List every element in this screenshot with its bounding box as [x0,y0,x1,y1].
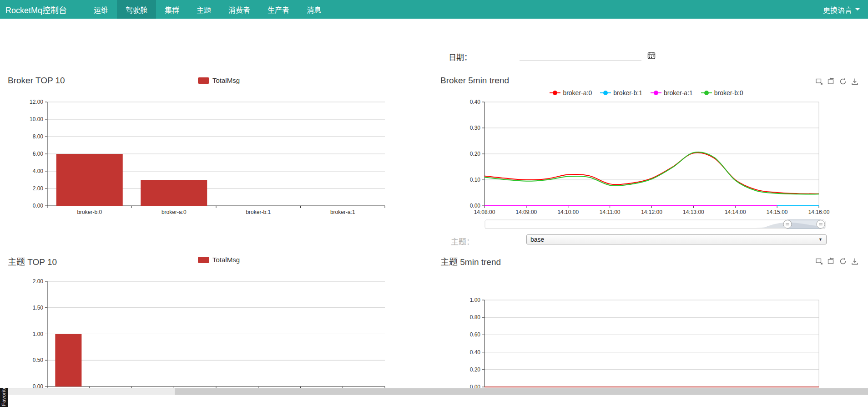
bar-0 [55,334,81,387]
legend-item-broker-a:0[interactable]: broker-a:0 [550,89,592,97]
refresh-icon[interactable] [839,77,847,86]
legend-item-broker-b:1[interactable]: broker-b:1 [600,89,642,97]
svg-text:1.00: 1.00 [33,331,44,337]
svg-text:0.20: 0.20 [470,366,481,373]
caret-down-icon [855,8,860,10]
datazoom-window[interactable] [787,220,821,229]
main-nav: 运维驾驶舱集群主题消费者生产者消息 [85,0,330,19]
svg-text:14:12:00: 14:12:00 [641,209,662,215]
toolbox-broker-trend [815,77,859,86]
legend-line-dot-icon [550,90,560,96]
svg-text:0.20: 0.20 [470,151,481,157]
nav-item-5[interactable]: 生产者 [259,0,298,19]
datazoom-handle-right[interactable] [817,220,825,229]
legend-item-broker-b:0[interactable]: broker-b:0 [701,89,743,97]
svg-text:4.00: 4.00 [33,168,44,174]
svg-text:1.50: 1.50 [33,305,44,311]
svg-text:broker-a:1: broker-a:1 [330,209,355,215]
nav-item-0[interactable]: 运维 [85,0,117,19]
legend-item-label: broker-a:0 [563,89,592,97]
zoom-reset-icon[interactable] [827,257,835,265]
legend-label: TotalMsg [212,76,240,84]
chart-topic-top10: 0.000.501.001.502.00 [18,277,396,392]
chart-topic-trend[interactable]: 0.000.200.400.600.801.00 [455,277,838,392]
svg-text:broker-b:1: broker-b:1 [246,209,271,215]
nav-item-1[interactable]: 驾驶舱 [117,0,156,19]
language-label: 更换语言 [823,4,852,15]
svg-text:10.00: 10.00 [30,116,43,122]
svg-text:6.00: 6.00 [33,151,44,157]
zoom-select-icon[interactable] [815,257,823,265]
svg-text:0.40: 0.40 [470,349,481,356]
nav-item-2[interactable]: 集群 [156,0,188,19]
svg-text:0.10: 0.10 [470,177,481,183]
nav-item-3[interactable]: 主题 [188,0,220,19]
calendar-icon[interactable] [647,51,656,60]
zoom-reset-icon[interactable] [827,77,835,86]
svg-text:0.40: 0.40 [470,99,481,105]
datazoom-slider[interactable] [484,219,827,230]
bar-broker-b:0 [56,154,123,206]
chart-title-topic-trend: 主题 5min trend [440,255,501,267]
svg-text:broker-a:0: broker-a:0 [161,209,187,215]
horizontal-scrollbar-thumb[interactable] [175,388,868,395]
chart-broker-top10: 0.002.004.006.008.0010.0012.00broker-b:0… [18,97,396,219]
bar-broker-a:0 [141,180,207,206]
legend-item-label: broker-a:1 [664,89,693,97]
download-icon[interactable] [851,77,859,86]
legend-label: TotalMsg [212,256,240,264]
legend-swatch [198,257,209,263]
legend-totalmsg-broker[interactable]: TotalMsg [198,76,240,84]
legend-swatch [198,77,209,84]
legend-item-label: broker-b:1 [613,89,642,97]
svg-text:0.30: 0.30 [470,125,481,131]
svg-text:14:11:00: 14:11:00 [600,209,621,215]
chart-title-broker-top10: Broker TOP 10 [8,76,65,86]
svg-text:14:16:00: 14:16:00 [808,209,830,215]
legend-line-dot-icon [701,90,712,96]
topic-select[interactable]: base ▼ [526,234,827,244]
app-brand[interactable]: RocketMq控制台 [0,0,73,19]
svg-text:0.50: 0.50 [33,357,44,363]
svg-text:2.00: 2.00 [33,185,44,192]
legend-line-dot-icon [651,90,661,96]
svg-text:0.80: 0.80 [470,314,481,321]
svg-text:14:08:00: 14:08:00 [474,209,495,215]
date-input[interactable] [520,49,641,61]
favorites-tab[interactable]: Favorites [0,388,8,407]
chart-title-broker-trend: Broker 5min trend [440,76,509,86]
topic-select-value: base [530,236,544,243]
navbar: RocketMq控制台 运维驾驶舱集群主题消费者生产者消息 更换语言 [0,0,868,19]
language-menu[interactable]: 更换语言 [815,0,868,19]
topic-label: 主题： [451,235,474,247]
legend-item-broker-a:1[interactable]: broker-a:1 [651,89,693,97]
datazoom-handle-left[interactable] [783,220,792,229]
legend-totalmsg-topic[interactable]: TotalMsg [198,256,240,264]
svg-text:0.60: 0.60 [470,331,481,338]
svg-text:1.00: 1.00 [470,297,481,303]
svg-text:0.00: 0.00 [470,203,481,209]
svg-text:8.00: 8.00 [33,133,44,140]
horizontal-scrollbar[interactable] [0,388,868,395]
svg-text:broker-b:0: broker-b:0 [77,209,102,215]
download-icon[interactable] [851,257,859,265]
svg-text:14:15:00: 14:15:00 [767,209,788,215]
favorites-tab-label: Favorites [1,388,6,406]
svg-text:14:14:00: 14:14:00 [725,209,746,215]
chart-title-topic-top10: 主题 TOP 10 [8,255,57,267]
svg-text:12.00: 12.00 [30,99,43,105]
legend-item-label: broker-b:0 [714,89,743,97]
svg-text:14:13:00: 14:13:00 [683,209,704,215]
legend-broker-trend: broker-a:0broker-b:1broker-a:1broker-b:0 [455,89,838,97]
nav-item-6[interactable]: 消息 [298,0,330,19]
svg-text:0.00: 0.00 [33,203,44,209]
caret-down-icon: ▼ [818,237,823,242]
nav-item-4[interactable]: 消费者 [220,0,259,19]
chart-broker-trend[interactable]: 0.000.100.200.300.4014:08:0014:09:0014:1… [455,97,838,219]
legend-line-dot-icon [600,90,611,96]
refresh-icon[interactable] [839,257,847,265]
svg-text:2.00: 2.00 [33,278,44,285]
dashboard-page: RocketMq控制台 运维驾驶舱集群主题消费者生产者消息 更换语言 日期： B… [0,0,868,407]
zoom-select-icon[interactable] [815,77,823,86]
svg-text:14:10:00: 14:10:00 [557,209,579,215]
